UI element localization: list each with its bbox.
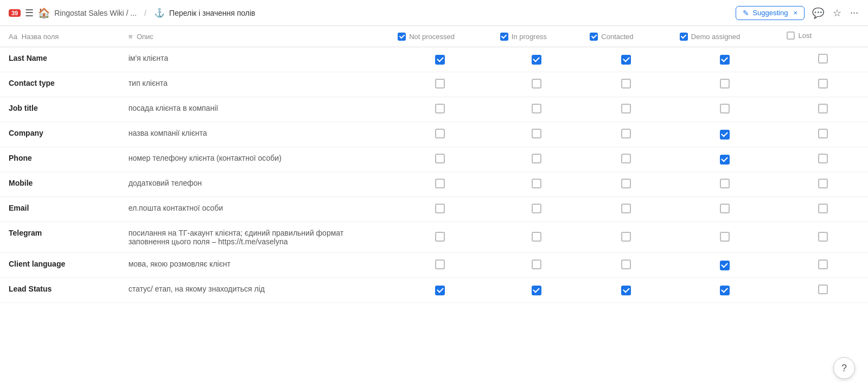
- checkbox-in_progress[interactable]: [532, 179, 541, 188]
- field-name-cell: Last Name: [0, 47, 120, 72]
- checkbox-not_processed[interactable]: [435, 204, 445, 213]
- checkbox-not_processed[interactable]: [435, 179, 445, 188]
- checkbox-in_progress[interactable]: [532, 79, 541, 88]
- checkbox-lost[interactable]: [818, 232, 828, 242]
- table-row: Mobileдодатковий телефон: [0, 172, 868, 197]
- checkbox-demo_assigned[interactable]: [720, 155, 730, 165]
- checkbox-demo_assigned[interactable]: [720, 261, 730, 270]
- checkbox-demo_assigned[interactable]: [720, 104, 730, 113]
- checkbox-cell-demo_assigned: [671, 197, 778, 222]
- checkbox-wrap-in_progress: [532, 260, 541, 269]
- checkbox-not_processed[interactable]: [435, 55, 445, 65]
- checkbox-cell-contacted: [581, 253, 671, 278]
- col-cb-lost[interactable]: [787, 31, 795, 40]
- checkbox-cell-contacted: [581, 172, 671, 197]
- checkbox-lost[interactable]: [818, 204, 828, 213]
- checkbox-in_progress[interactable]: [532, 55, 541, 65]
- checkbox-wrap-lost: [818, 232, 828, 242]
- checkbox-wrap-not_processed: [435, 55, 445, 65]
- checkbox-cell-in_progress: [492, 278, 581, 303]
- field-desc-cell: тип клієнта: [120, 72, 389, 97]
- col-cb-not-processed[interactable]: [398, 33, 406, 41]
- checkbox-contacted[interactable]: [621, 260, 631, 269]
- menu-icon[interactable]: ☰: [25, 7, 34, 19]
- checkbox-demo_assigned[interactable]: [720, 79, 730, 88]
- checkbox-not_processed[interactable]: [435, 129, 445, 138]
- checkbox-wrap-demo_assigned: [720, 232, 730, 242]
- checkbox-wrap-not_processed: [435, 154, 445, 163]
- checkbox-not_processed[interactable]: [435, 79, 445, 88]
- checkbox-cell-lost: [778, 253, 868, 278]
- checkbox-in_progress[interactable]: [532, 204, 541, 213]
- more-options-button[interactable]: ···: [849, 6, 859, 20]
- checkbox-not_processed[interactable]: [435, 286, 445, 295]
- checkbox-wrap-in_progress: [532, 286, 541, 295]
- checkbox-lost[interactable]: [818, 154, 828, 163]
- checkbox-demo_assigned[interactable]: [720, 232, 730, 242]
- checkbox-demo_assigned[interactable]: [720, 55, 730, 65]
- suggesting-close[interactable]: ×: [793, 9, 797, 17]
- checkbox-in_progress[interactable]: [532, 260, 541, 269]
- checkbox-in_progress[interactable]: [532, 154, 541, 163]
- checkbox-wrap-contacted: [621, 232, 631, 242]
- checkbox-not_processed[interactable]: [435, 232, 445, 242]
- checkbox-in_progress[interactable]: [532, 104, 541, 113]
- checkbox-contacted[interactable]: [621, 79, 631, 88]
- checkbox-demo_assigned[interactable]: [720, 204, 730, 213]
- fields-table: Аа Назва поля ≡ Опис Not processed: [0, 26, 868, 303]
- checkbox-contacted[interactable]: [621, 286, 631, 295]
- checkbox-in_progress[interactable]: [532, 286, 541, 295]
- topbar-right: ✎ Suggesting × 💬 ☆ ···: [736, 6, 859, 20]
- col-header-name: Аа Назва поля: [0, 26, 120, 47]
- suggesting-button[interactable]: ✎ Suggesting ×: [736, 6, 805, 20]
- checkbox-cell-demo_assigned: [671, 47, 778, 72]
- field-name-cell: Telegram: [0, 222, 120, 253]
- checkbox-wrap-not_processed: [435, 204, 445, 213]
- field-name-cell: Phone: [0, 147, 120, 172]
- checkbox-contacted[interactable]: [621, 129, 631, 138]
- col-label-not-processed: Not processed: [409, 33, 455, 41]
- checkbox-cell-lost: [778, 278, 868, 303]
- col-cb-demo-assigned[interactable]: [680, 33, 688, 41]
- col-cb-contacted[interactable]: [590, 33, 598, 41]
- checkbox-wrap-contacted: [621, 179, 631, 188]
- checkbox-demo_assigned[interactable]: [720, 130, 730, 140]
- checkbox-cell-not_processed: [389, 222, 492, 253]
- checkbox-cell-demo_assigned: [671, 97, 778, 122]
- checkbox-contacted[interactable]: [621, 55, 631, 65]
- checkbox-lost[interactable]: [818, 129, 828, 138]
- checkbox-lost[interactable]: [818, 79, 828, 88]
- checkbox-wrap-demo_assigned: [720, 179, 730, 188]
- checkbox-wrap-lost: [818, 79, 828, 88]
- checkbox-demo_assigned[interactable]: [720, 286, 730, 295]
- checkbox-contacted[interactable]: [621, 154, 631, 163]
- checkbox-contacted[interactable]: [621, 232, 631, 242]
- checkbox-lost[interactable]: [818, 54, 828, 64]
- checkbox-wrap-contacted: [621, 55, 631, 65]
- col-label-in-progress: In progress: [512, 33, 547, 41]
- checkbox-cell-demo_assigned: [671, 222, 778, 253]
- checkbox-lost[interactable]: [818, 104, 828, 113]
- checkbox-wrap-in_progress: [532, 104, 541, 113]
- checkbox-demo_assigned[interactable]: [720, 179, 730, 188]
- checkbox-not_processed[interactable]: [435, 104, 445, 113]
- checkbox-contacted[interactable]: [621, 179, 631, 188]
- table-row: Job titleпосада клієнта в компанії: [0, 97, 868, 122]
- home-icon[interactable]: 🏠: [38, 7, 50, 19]
- checkbox-wrap-in_progress: [532, 204, 541, 213]
- checkbox-contacted[interactable]: [621, 104, 631, 113]
- checkbox-not_processed[interactable]: [435, 260, 445, 269]
- comment-button[interactable]: 💬: [811, 6, 825, 20]
- checkbox-lost[interactable]: [818, 260, 828, 269]
- checkbox-lost[interactable]: [818, 179, 828, 188]
- checkbox-contacted[interactable]: [621, 204, 631, 213]
- checkbox-in_progress[interactable]: [532, 129, 541, 138]
- checkbox-cell-in_progress: [492, 253, 581, 278]
- checkbox-cell-contacted: [581, 278, 671, 303]
- col-cb-in-progress[interactable]: [500, 33, 508, 41]
- star-button[interactable]: ☆: [832, 6, 843, 20]
- checkbox-lost[interactable]: [818, 284, 828, 294]
- notification-badge[interactable]: 39: [9, 9, 21, 17]
- checkbox-in_progress[interactable]: [532, 232, 541, 242]
- checkbox-not_processed[interactable]: [435, 154, 445, 163]
